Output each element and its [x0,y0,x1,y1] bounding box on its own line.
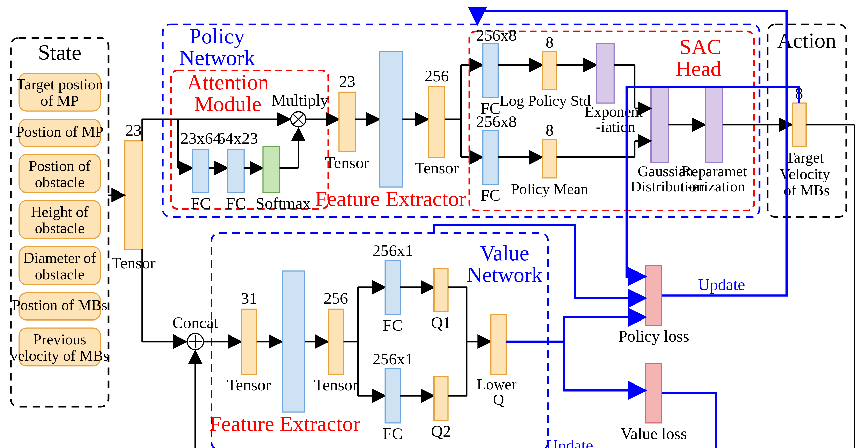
svg-text:256x8: 256x8 [476,113,517,131]
svg-text:Tensor: Tensor [325,154,369,172]
svg-text:Feature Extractor: Feature Extractor [315,187,466,211]
value-feature-extractor [282,271,305,412]
svg-text:Network: Network [467,263,542,286]
svg-text:256: 256 [324,289,348,307]
svg-text:Height ofobstacle: Height ofobstacle [31,203,88,236]
svg-text:Value loss: Value loss [621,425,687,443]
svg-text:256: 256 [425,67,449,85]
svg-text:Feature Extractor: Feature Extractor [209,412,360,436]
svg-text:64x23: 64x23 [217,129,258,147]
svg-text:FC: FC [383,425,403,443]
svg-text:Multiply: Multiply [272,91,329,109]
svg-text:Softmax: Softmax [256,194,311,212]
multiply-node [291,112,306,127]
svg-text:31: 31 [241,289,257,307]
diagram-root: State Target postionof MP Postion of MP … [0,0,868,448]
state-title: State [38,40,81,64]
value-q1 [434,268,448,312]
svg-text:8: 8 [546,121,554,139]
svg-text:256x1: 256x1 [373,350,413,368]
policy-feature-extractor [380,52,403,187]
svg-text:Reparamet
    -erization: Reparamet -erization [681,163,751,195]
svg-text:Module: Module [194,92,262,116]
value-tensor256 [328,309,344,374]
value-loss-block [646,363,662,423]
svg-text:Q1: Q1 [431,314,451,332]
sac-fc-mean [483,130,498,184]
attn-fc1 [193,149,209,193]
value-q2 [434,377,448,420]
svg-text:Value: Value [480,241,529,265]
policy-loss-block [646,266,662,325]
value-fc-q1 [385,260,400,314]
state-tensor-dim: 23 [125,121,142,139]
sac-exponentiation [597,43,614,103]
concat-node [187,333,204,350]
sac-fc-logstd [483,43,498,98]
policy-tensor23 [339,92,355,152]
svg-text:Tensor: Tensor [314,376,358,394]
svg-text:Update: Update [698,276,745,294]
svg-text:Policy loss: Policy loss [618,327,689,345]
state-tensor [125,141,142,249]
sac-mean [542,140,557,178]
svg-text:Tensor: Tensor [415,159,459,177]
svg-text:Log Policy Std: Log Policy Std [500,92,591,109]
svg-text:FC: FC [191,194,211,212]
attn-fc2 [228,149,244,193]
svg-text:256x8: 256x8 [476,26,517,44]
policy-title-1: Policy [189,24,245,48]
svg-text:Update: Update [546,437,593,448]
svg-text:Postion of MP: Postion of MP [16,123,103,140]
sac-gaussian [651,87,668,163]
policy-tensor256 [429,87,445,157]
state-items: Target postionof MP Postion of MP Postio… [10,73,109,366]
state-tensor-label: Tensor [112,254,156,272]
action-tensor [792,103,806,147]
policy-title-2: Network [179,46,255,70]
sac-logstd [542,52,557,89]
svg-text:Q2: Q2 [431,422,451,440]
svg-text:Lower
    Q: Lower Q [477,376,520,408]
svg-text:256x1: 256x1 [373,242,413,260]
svg-text:FC: FC [383,316,403,334]
value-lowerq [491,314,506,374]
svg-text:Attention: Attention [187,70,269,94]
svg-text:FC: FC [480,186,500,204]
svg-text:Head: Head [676,57,721,81]
svg-text:Tensor: Tensor [227,376,271,394]
svg-text:8: 8 [546,33,554,51]
svg-text:Policy Mean: Policy Mean [511,181,588,197]
svg-text:Postion of MBs: Postion of MBs [12,297,107,313]
value-tensor31 [241,309,257,374]
flow-lowerq-to-valueloss [564,342,645,390]
value-fc-q2 [385,369,400,423]
attn-softmax [263,146,279,192]
svg-text:Concat: Concat [172,314,219,332]
svg-text:FC: FC [226,194,246,212]
svg-text:23: 23 [339,72,355,90]
svg-text:23x64: 23x64 [180,129,221,147]
svg-text:SAC: SAC [679,35,721,59]
sac-reparam [705,87,722,163]
svg-text:Postion ofobstacle: Postion ofobstacle [29,157,91,190]
